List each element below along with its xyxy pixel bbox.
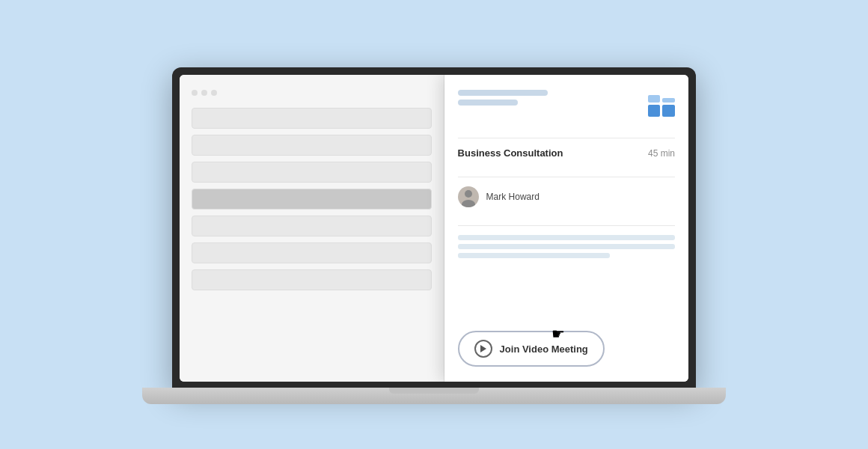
wireframe-row [192,189,432,210]
join-video-meeting-button[interactable]: Join Video Meeting [458,331,605,367]
browser-dot-2 [201,90,207,96]
header-line-2 [458,100,518,106]
desc-line-3 [458,253,610,258]
host-name: Mark Howard [486,192,540,202]
divider-2 [458,177,675,177]
host-row: Mark Howard [458,186,675,207]
description-lines [458,235,675,258]
browser-dot-1 [192,90,198,96]
wireframe-rows [192,108,432,290]
meeting-title: Business Consultation [458,147,563,159]
join-button-container: Join Video Meeting [458,325,675,367]
wireframe-row [192,242,432,263]
wireframe-row [192,269,432,290]
laptop-screen: Business Consultation 45 min Mark Howard [180,75,688,382]
chart-icon [648,90,675,117]
scene: Business Consultation 45 min Mark Howard [142,45,726,404]
wireframe-row [192,108,432,129]
header-line-1 [458,90,548,96]
avatar [458,186,479,207]
header-text-lines [458,90,548,106]
desc-line-2 [458,244,675,249]
left-panel [180,75,444,382]
meeting-duration: 45 min [648,148,675,159]
video-camera-icon [474,340,492,358]
browser-dots [192,90,432,96]
laptop-base [142,388,726,404]
top-section [458,90,675,117]
divider-3 [458,225,675,226]
wireframe-row [192,135,432,156]
join-button-label: Join Video Meeting [500,343,588,355]
right-panel: Business Consultation 45 min Mark Howard [444,75,688,382]
wireframe-row [192,216,432,236]
divider-1 [458,138,675,138]
browser-dot-3 [211,90,217,96]
laptop-body: Business Consultation 45 min Mark Howard [172,67,696,389]
meeting-info: Business Consultation 45 min [458,147,675,159]
wireframe-row [192,162,432,183]
desc-line-1 [458,235,675,240]
video-play-triangle [480,345,486,352]
